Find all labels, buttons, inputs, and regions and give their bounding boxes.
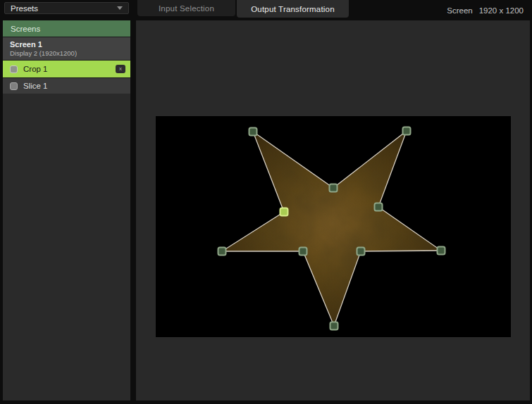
control-point-handle[interactable] [375, 203, 383, 211]
screen-item-title: Screen 1 [10, 40, 130, 49]
control-point-handle[interactable] [218, 248, 226, 255]
screen-label: Screen [447, 6, 472, 15]
control-point-handle[interactable] [249, 128, 257, 136]
screen-item-subtitle: Display 2 (1920x1200) [10, 49, 130, 58]
control-point-handle[interactable] [330, 184, 338, 192]
control-point-handle-selected[interactable] [280, 208, 288, 216]
control-point-handle[interactable] [299, 248, 307, 255]
sidebar-item-crop-1[interactable]: Crop 1 x [3, 60, 130, 77]
presets-dropdown-label: Presets [11, 4, 117, 13]
crop-delete-button[interactable]: x [116, 65, 125, 73]
top-bar: Presets Input Selection Output Transform… [0, 0, 532, 20]
canvas-svg [156, 116, 511, 337]
control-point-handle[interactable] [330, 322, 338, 330]
control-point-handle[interactable] [357, 248, 365, 255]
tab-output-transformation[interactable]: Output Transformation [237, 0, 349, 18]
control-point-handle[interactable] [403, 127, 411, 135]
tab-input-selection-label: Input Selection [159, 4, 214, 13]
screens-sidebar: Screens Screen 1 Display 2 (1920x1200) C… [3, 20, 130, 400]
screen-resolution-value: 1920 x 1200 [479, 6, 524, 15]
crop-enabled-checkbox[interactable] [10, 65, 18, 73]
tab-output-transformation-label: Output Transformation [251, 5, 335, 13]
tab-input-selection[interactable]: Input Selection [137, 0, 235, 16]
control-point-handle[interactable] [438, 247, 445, 255]
crop-star-shape[interactable] [156, 116, 511, 337]
screens-section-header: Screens [3, 20, 130, 37]
star-texture-overlay [156, 116, 511, 337]
crop-item-label: Crop 1 [23, 65, 48, 73]
screens-section-title: Screens [11, 25, 40, 33]
sidebar-item-slice-1[interactable]: Slice 1 [3, 77, 130, 94]
output-transformation-workspace [136, 20, 530, 400]
screen-resolution-readout: Screen 1920 x 1200 [447, 0, 524, 20]
chevron-down-icon [117, 6, 123, 10]
screen-preview-canvas[interactable] [156, 116, 511, 337]
slice-enabled-checkbox[interactable] [10, 82, 18, 90]
slice-item-label: Slice 1 [23, 82, 48, 90]
presets-dropdown[interactable]: Presets [4, 2, 129, 14]
sidebar-item-screen-1[interactable]: Screen 1 Display 2 (1920x1200) [3, 37, 130, 60]
